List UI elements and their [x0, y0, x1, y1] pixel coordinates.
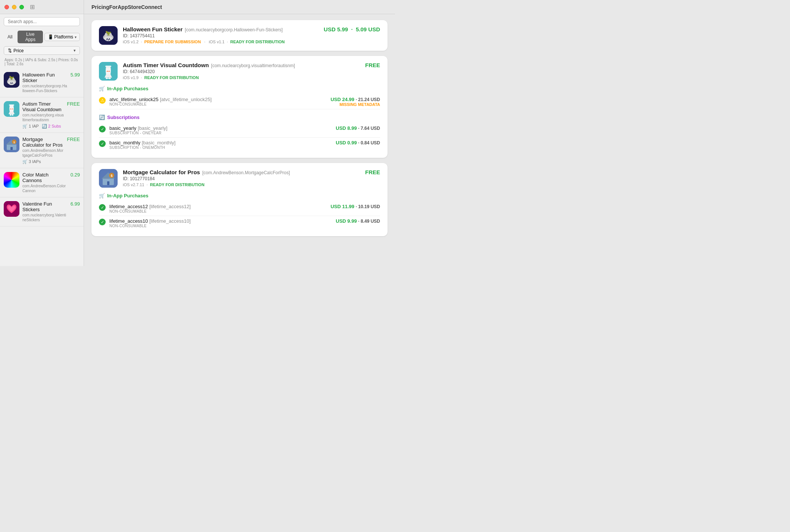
svg-text:$: $ — [111, 174, 112, 178]
card-halloween-versions: iOS v1.2 · PREPARE FOR SUBMISSION · iOS … — [123, 40, 318, 44]
card-halloween-id: ID: 1437754411 — [123, 33, 318, 38]
color-app-icon — [4, 172, 19, 188]
card-autism-versions: iOS v1.9 · READY FOR DISTRIBUTION — [123, 75, 360, 80]
sub-yearly-info: basic_yearly [basic_yearly] SUBSCRIPTION… — [109, 125, 332, 135]
mortgage-app-info: Mortgage Calculator for Pros com.AndrewB… — [22, 137, 64, 164]
card-autism-title-row: Autism Timer Visual Countdown [com.nucle… — [123, 62, 360, 68]
iap-lifetime10-info: lifetime_access10 [lifetime_access10] NO… — [109, 218, 332, 228]
color-app-bundle: com.AndrewBenson.ColorCannon — [22, 184, 68, 193]
card-mortgage-header: $ Mortgage Calculator for Pros [com.Andr… — [99, 169, 380, 188]
card-mortgage: $ Mortgage Calculator for Pros [com.Andr… — [91, 163, 388, 236]
check-icon-lifetime10: ✓ — [99, 219, 106, 225]
iap-lifetime10-type: NON-CONSUMABLE — [109, 224, 332, 228]
valentine-app-price: 6.99 — [71, 201, 80, 207]
filter-platforms-dropdown[interactable]: 📱 Platforms ▾ — [44, 33, 80, 41]
halloween-version-status-2: READY FOR DISTRIBUTION — [230, 40, 285, 44]
maximize-button[interactable] — [19, 5, 24, 9]
iap-atvc-name: atvc_lifetime_unlock25 [atvc_lifetime_un… — [109, 97, 327, 102]
platform-icon: 📱 — [48, 34, 53, 40]
autism-app-tags: 🛒 1 IAP 🔄 2 Subs — [22, 124, 64, 129]
card-autism: Autism Timer Visual Countdown [com.nucle… — [91, 56, 388, 158]
card-autism-name: Autism Timer Visual Countdown — [123, 62, 209, 68]
sidebar-item-color[interactable]: Color Match Cannons com.AndrewBenson.Col… — [0, 168, 84, 197]
mortgage-iap-tag: 🛒 3 IAPs — [22, 159, 41, 164]
sub-yearly-type: SUBSCRIPTION - oneYear — [109, 131, 332, 135]
platforms-label: Platforms — [54, 34, 73, 40]
sidebar-item-mortgage[interactable]: $ Mortgage Calculator for Pros com.Andre… — [0, 133, 84, 168]
sub-monthly-price: USD 0.99 · 0.84 USD — [336, 140, 380, 145]
autism-iap-tag: 🛒 1 IAP — [22, 124, 39, 129]
svg-rect-12 — [10, 147, 13, 150]
halloween-version-status-1: PREPARE FOR SUBMISSION — [144, 40, 200, 44]
sub-monthly-price-main: USD 0.99 · 0.84 USD — [336, 140, 380, 145]
filter-live-button[interactable]: Live Apps — [18, 31, 43, 43]
card-autism-price: FREE — [365, 62, 380, 68]
iap-atvc: ⚠ atvc_lifetime_unlock25 [atvc_lifetime_… — [99, 94, 380, 109]
card-autism-id: ID: 6474494320 — [123, 69, 360, 74]
card-autism-info: Autism Timer Visual Countdown [com.nucle… — [123, 62, 360, 80]
mortgage-app-tags: 🛒 3 IAPs — [22, 159, 64, 164]
autism-app-info: Autism Timer Visual Countdown com.nuclea… — [22, 101, 64, 129]
cart-icon: 🛒 — [99, 86, 105, 91]
sort-row: ⇅ Price ▾ — [0, 45, 84, 56]
svg-text:$: $ — [13, 141, 15, 144]
autism-version-status: READY FOR DISTRIBUTION — [144, 75, 199, 80]
check-icon-yearly: ✓ — [99, 126, 106, 132]
autism-iap-section-header: 🛒 In-App Purchases — [99, 86, 380, 91]
autism-app-name: Autism Timer Visual Countdown — [22, 101, 64, 112]
sidebar-item-autism[interactable]: Autism Timer Visual Countdown com.nuclea… — [0, 97, 84, 133]
sidebar: ⊞ All Live Apps 📱 Platforms ▾ ⇅ Price ▾ … — [0, 0, 84, 266]
sort-chevron-icon: ▾ — [74, 48, 76, 53]
iap-section-label: In-App Purchases — [107, 86, 149, 91]
chevron-down-icon: ▾ — [75, 35, 77, 39]
sort-label: Price — [13, 48, 72, 53]
halloween-app-price: 5.99 — [71, 72, 80, 78]
main-panel: PricingForAppStoreConnect 🦖 — [84, 0, 395, 266]
mortgage-app-name: Mortgage Calculator for Pros — [22, 137, 64, 148]
iap-lifetime10-name: lifetime_access10 [lifetime_access10] — [109, 218, 332, 224]
sidebar-item-halloween[interactable]: 🦖 Halloween Fun Sticker com.nuclearcybor… — [0, 68, 84, 97]
mortgage-app-price: FREE — [67, 137, 80, 142]
iap-lifetime10-price: USD 9.99 · 8.49 USD — [336, 218, 380, 224]
iap-atvc-price: USD 24.99 · 21.24 USD MISSING METADATA — [330, 97, 380, 107]
mortgage-version-status: READY FOR DISTRIBUTION — [150, 182, 205, 187]
valentine-app-info: Valentine Fun Stickers com.nuclearcyborg… — [22, 201, 68, 222]
valentine-app-icon — [4, 201, 19, 217]
iap-lifetime12-info: lifetime_access12 [lifetime_access12] NO… — [109, 204, 327, 213]
card-halloween-icon: 🦖 — [99, 26, 118, 45]
card-mortgage-id: ID: 1012770184 — [123, 176, 360, 181]
main-title: PricingForAppStoreConnect — [91, 4, 162, 10]
autism-sub-tag: 🔄 2 Subs — [42, 124, 61, 129]
card-mortgage-name: Mortgage Calculator for Pros — [123, 169, 200, 175]
color-app-name: Color Match Cannons — [22, 172, 68, 183]
iap-lifetime12: ✓ lifetime_access12 [lifetime_access12] … — [99, 201, 380, 216]
color-app-price: 0.29 — [71, 172, 80, 178]
iap-atvc-type: NON-CONSUMABLE — [109, 102, 327, 106]
card-halloween-bundle: [com.nuclearcyborgcorp.Halloween-Fun-Sti… — [185, 27, 283, 32]
halloween-app-info: Halloween Fun Sticker com.nuclearcyborgc… — [22, 72, 68, 93]
card-mortgage-title-row: Mortgage Calculator for Pros [com.Andrew… — [123, 169, 360, 175]
sidebar-item-valentine[interactable]: Valentine Fun Stickers com.nuclearcyborg… — [0, 197, 84, 226]
main-titlebar: PricingForAppStoreConnect — [84, 0, 395, 14]
autism-app-icon — [4, 101, 19, 117]
sub-yearly-price-main: USD 8.99 · 7.64 USD — [336, 125, 380, 131]
iap-lifetime12-type: NON-CONSUMABLE — [109, 209, 327, 213]
filter-all-button[interactable]: All — [4, 33, 16, 41]
sub-section-label: Subscriptions — [107, 115, 140, 120]
mortgage-iap-section-header: 🛒 In-App Purchases — [99, 193, 380, 198]
search-input[interactable] — [4, 17, 80, 26]
mortgage-app-icon: $ — [4, 137, 19, 152]
close-button[interactable] — [4, 5, 9, 9]
svg-rect-5 — [9, 104, 14, 106]
minimize-button[interactable] — [12, 5, 16, 9]
sort-price-button[interactable]: ⇅ Price ▾ — [4, 46, 80, 55]
halloween-app-bundle: com.nuclearcyborgcorp.Halloween-Fun-Stic… — [22, 84, 68, 93]
check-icon-monthly: ✓ — [99, 140, 106, 147]
iap-atvc-price-main: USD 24.99 · 21.24 USD — [330, 97, 380, 102]
card-mortgage-icon: $ — [99, 169, 118, 188]
sub-basic-yearly: ✓ basic_yearly [basic_yearly] SUBSCRIPTI… — [99, 123, 380, 138]
refresh-icon: 🔄 — [99, 115, 105, 120]
card-mortgage-versions: iOS v2.7.11 · READY FOR DISTRIBUTION — [123, 182, 360, 187]
stats-bar: Apps: 0.2s | IAPs & Subs: 2.5s | Prices:… — [0, 56, 84, 68]
sidebar-toggle-icon[interactable]: ⊞ — [30, 3, 35, 10]
